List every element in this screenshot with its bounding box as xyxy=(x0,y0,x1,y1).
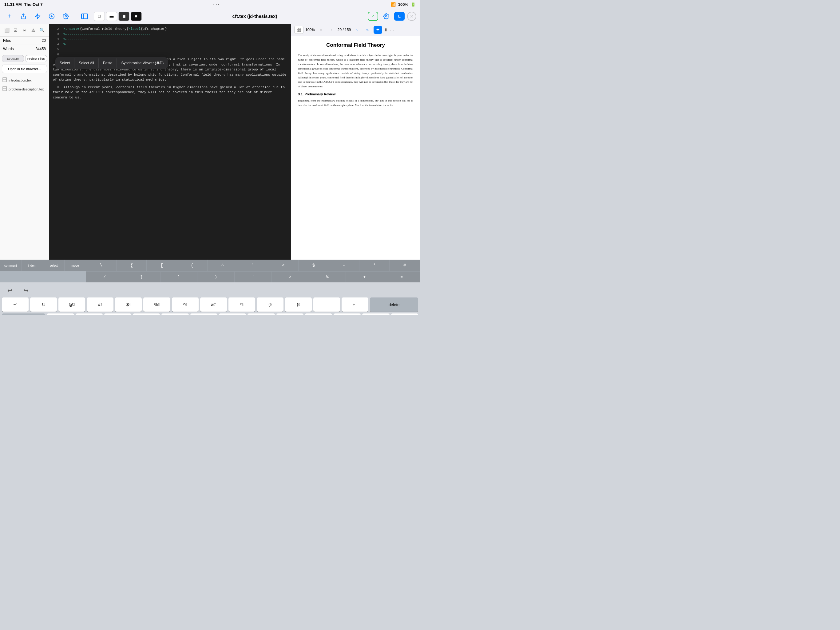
special-key-equals[interactable]: = xyxy=(383,271,420,282)
key-e[interactable]: e xyxy=(104,313,131,315)
battery-icon: 🔋 xyxy=(411,2,416,7)
special-key-lt[interactable]: < xyxy=(268,260,298,271)
view-outline-button[interactable]: □ xyxy=(94,12,105,21)
key-underscore[interactable]: –- xyxy=(313,298,340,312)
context-paste[interactable]: Paste xyxy=(99,59,117,68)
file-item-problem[interactable]: TEX problem-description.tex xyxy=(0,85,49,93)
key-p[interactable]: p xyxy=(305,313,332,315)
key-u[interactable]: u xyxy=(219,313,246,315)
open-file-browser-button[interactable]: Open in file browser... xyxy=(2,65,47,73)
context-sync-viewer[interactable]: Synchronise Viewer (⌘D) xyxy=(117,59,168,68)
special-key-rparen[interactable]: ) xyxy=(197,271,235,282)
key-rparen[interactable]: )0 xyxy=(285,298,312,312)
special-key-quote[interactable]: ' xyxy=(238,260,268,271)
special-key-lbracket[interactable]: [ xyxy=(147,260,177,271)
mode-indent[interactable]: indent xyxy=(22,260,43,271)
special-key-fwdslash[interactable]: / xyxy=(86,271,123,282)
special-key-rbrace[interactable]: } xyxy=(123,271,161,282)
redo-button[interactable]: ↪ xyxy=(20,285,32,296)
words-stat: Words 34458 xyxy=(0,45,49,53)
settings-button[interactable] xyxy=(381,11,392,22)
key-caret[interactable]: ^6 xyxy=(172,298,199,312)
close-button[interactable]: ✕ xyxy=(407,12,416,21)
view-split-button[interactable]: ▬ xyxy=(106,12,117,21)
special-key-plus[interactable]: + xyxy=(346,271,383,282)
special-key-dollar[interactable]: $ xyxy=(298,260,329,271)
pdf-prev-page[interactable]: ‹ xyxy=(327,26,336,34)
key-at[interactable]: @2 xyxy=(58,298,85,312)
key-exclaim[interactable]: !1 xyxy=(30,298,57,312)
key-tilde[interactable]: ~` xyxy=(2,298,28,312)
delete-key[interactable]: delete xyxy=(370,298,418,312)
pdf-more-button[interactable]: ··· xyxy=(390,27,394,32)
file-name-introduction: introduction.tex xyxy=(9,78,32,82)
sidebar-check-icon[interactable]: ☑ xyxy=(11,26,20,35)
mode-select[interactable]: select xyxy=(43,260,65,271)
special-key-gt[interactable]: > xyxy=(272,271,309,282)
context-select-all[interactable]: Select All xyxy=(74,59,98,68)
key-t[interactable]: t xyxy=(161,313,188,315)
mode-comment[interactable]: comment xyxy=(0,260,22,271)
key-rbrace[interactable]: }] xyxy=(362,313,389,315)
key-o[interactable]: o xyxy=(276,313,303,315)
key-r[interactable]: r xyxy=(133,313,160,315)
special-key-rbracket[interactable]: ] xyxy=(161,271,198,282)
pdf-last-page[interactable]: » xyxy=(363,26,372,34)
key-pipe[interactable]: |\ xyxy=(391,313,418,315)
pdf-first-page[interactable]: « xyxy=(317,26,325,34)
structure-tab[interactable]: Structure xyxy=(2,55,24,62)
special-keys-toolbar: comment indent select move \ { [ ( ^ ' <… xyxy=(0,260,420,271)
gear-button[interactable] xyxy=(60,11,71,22)
mode-keys: comment indent select move xyxy=(0,260,86,271)
mode-move[interactable]: move xyxy=(65,260,86,271)
view-dark-button[interactable]: ◼ xyxy=(118,12,129,21)
code-editor[interactable]: 2 \chapter{Conformal Field Theory}\label… xyxy=(49,24,291,260)
sidebar-toggle[interactable] xyxy=(79,11,90,22)
pdf-next-page[interactable]: › xyxy=(353,26,361,34)
sidebar-warning-icon[interactable]: ⚠ xyxy=(29,26,38,35)
key-amp[interactable]: &7 xyxy=(200,298,227,312)
file-item-introduction[interactable]: TEX introduction.tex xyxy=(0,76,49,85)
pdf-viewer: 100% « ‹ 29 / 159 › » ⏸ ··· Conformal Fi… xyxy=(291,24,420,260)
key-plus[interactable]: += xyxy=(342,298,368,312)
key-hash[interactable]: #3 xyxy=(87,298,114,312)
special-key-percent[interactable]: % xyxy=(309,271,346,282)
l-button[interactable]: L xyxy=(394,12,405,21)
pdf-pause-button[interactable]: ⏸ xyxy=(384,27,388,32)
battery-display: 100% xyxy=(398,2,408,7)
pdf-sync-button[interactable] xyxy=(374,26,382,34)
key-w[interactable]: w xyxy=(76,313,103,315)
undo-button[interactable]: ↩ xyxy=(4,285,15,296)
special-key-hash[interactable]: # xyxy=(390,260,420,271)
special-key-minus[interactable]: - xyxy=(329,260,359,271)
special-key-lbrace[interactable]: { xyxy=(117,260,147,271)
special-key-backslash[interactable]: \ xyxy=(86,260,117,271)
special-key-row-top: \ { [ ( ^ ' < $ - * # xyxy=(86,260,420,271)
special-key-lparen[interactable]: ( xyxy=(177,260,208,271)
key-i[interactable]: i xyxy=(248,313,275,315)
sidebar-infinity-icon[interactable]: ∞ xyxy=(20,26,29,35)
sidebar-files-icon[interactable]: ⬜ xyxy=(2,26,11,35)
view-darker-button[interactable]: ■ xyxy=(131,12,142,21)
key-q[interactable]: q xyxy=(47,313,74,315)
sidebar-search-icon[interactable]: 🔍 xyxy=(38,26,46,35)
sync-status-button[interactable]: ✓ xyxy=(368,12,378,21)
key-percent[interactable]: %5 xyxy=(143,298,170,312)
pdf-grid-button[interactable] xyxy=(294,26,303,34)
tab-key[interactable]: tab xyxy=(2,313,45,315)
context-select[interactable]: Select xyxy=(55,59,74,68)
key-lparen[interactable]: (9 xyxy=(257,298,284,312)
files-count: 20 xyxy=(42,38,46,43)
add-button[interactable]: + xyxy=(4,11,15,22)
key-asterisk[interactable]: *8 xyxy=(229,298,255,312)
key-dollar[interactable]: $4 xyxy=(115,298,142,312)
share-button[interactable] xyxy=(18,11,29,22)
special-key-caret[interactable]: ^ xyxy=(208,260,238,271)
special-key-asterisk[interactable]: * xyxy=(359,260,390,271)
special-key-backtick[interactable]: ` xyxy=(235,271,272,282)
key-y[interactable]: y xyxy=(190,313,217,315)
circle-button[interactable] xyxy=(46,11,57,22)
project-files-tab[interactable]: Project Files xyxy=(25,55,47,62)
key-lbrace[interactable]: {[ xyxy=(333,313,361,315)
flash-button[interactable] xyxy=(32,11,43,22)
